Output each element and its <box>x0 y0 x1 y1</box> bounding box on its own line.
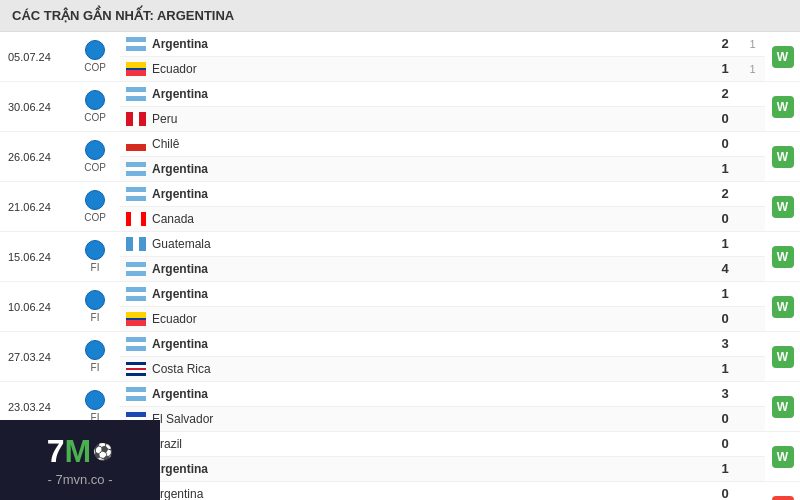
team1-score: 2 <box>710 82 740 107</box>
team1-name: Argentina <box>152 87 208 101</box>
team2-score: 1 <box>710 457 740 482</box>
watermark-m: M <box>65 433 92 470</box>
match-result: W <box>765 282 800 332</box>
team2-extra <box>740 357 765 382</box>
header: CÁC TRẬN GẦN NHẤT: ARGENTINA <box>0 0 800 32</box>
team2-cell: Ecuador <box>120 307 710 332</box>
team1-extra <box>740 432 765 457</box>
table-row: 10.06.24 FI Argentina 1 W <box>0 282 800 307</box>
table-row: Argentina 4 <box>0 257 800 282</box>
team1-extra <box>740 82 765 107</box>
team1-cell: Brazil <box>120 432 710 457</box>
team1-name: Argentina <box>152 287 208 301</box>
comp-label: COP <box>84 212 106 223</box>
team2-extra <box>740 307 765 332</box>
match-result: W <box>765 82 800 132</box>
table-row: Argentina 1 <box>0 157 800 182</box>
team2-cell: Costa Rica <box>120 357 710 382</box>
match-date: 05.07.24 <box>0 32 70 82</box>
team2-flag <box>126 162 146 176</box>
match-result: W <box>765 382 800 432</box>
team2-flag <box>126 212 146 226</box>
team2-cell: Argentina <box>120 157 710 182</box>
match-result: W <box>765 32 800 82</box>
result-badge: W <box>772 96 794 118</box>
team2-flag <box>126 112 146 126</box>
watermark-7: 7 <box>47 433 65 470</box>
team1-cell: Guatemala <box>120 232 710 257</box>
team1-flag <box>126 387 146 401</box>
comp-label: FI <box>91 362 100 373</box>
team1-name: Argentina <box>152 187 208 201</box>
table-row: Costa Rica 1 <box>0 357 800 382</box>
team2-score: 1 <box>710 57 740 82</box>
team1-flag <box>126 237 146 251</box>
match-comp: FI <box>70 332 120 382</box>
team2-cell: Canada <box>120 207 710 232</box>
comp-label: FI <box>91 312 100 323</box>
team2-flag <box>126 262 146 276</box>
team2-extra <box>740 157 765 182</box>
team1-flag <box>126 337 146 351</box>
table-row: 21.06.24 COP Argentina 2 W <box>0 182 800 207</box>
team2-cell: El Salvador <box>120 407 710 432</box>
team1-flag <box>126 137 146 151</box>
table-row: 23.03.24 FI Argentina 3 W <box>0 382 800 407</box>
team2-cell: Peru <box>120 107 710 132</box>
team2-cell: Argentina <box>120 457 710 482</box>
team2-name: Ecuador <box>152 62 197 76</box>
result-badge: W <box>772 446 794 468</box>
match-comp: FI <box>70 282 120 332</box>
team1-cell: Argentina <box>120 282 710 307</box>
team1-score: 2 <box>710 182 740 207</box>
result-badge: W <box>772 196 794 218</box>
team2-name: Peru <box>152 112 177 126</box>
team1-extra: 1 <box>740 32 765 57</box>
match-date: 15.06.24 <box>0 232 70 282</box>
result-badge: L <box>772 496 794 501</box>
match-result: W <box>765 232 800 282</box>
comp-globe-icon <box>85 190 105 210</box>
team1-name: Chilê <box>152 137 179 151</box>
team1-cell: Argentina <box>120 382 710 407</box>
team2-cell: Ecuador <box>120 57 710 82</box>
team1-extra <box>740 232 765 257</box>
result-badge: W <box>772 146 794 168</box>
comp-globe-icon <box>85 140 105 160</box>
team1-flag <box>126 187 146 201</box>
match-result: L <box>765 482 800 501</box>
team2-extra <box>740 107 765 132</box>
team1-name: Argentina <box>152 37 208 51</box>
team2-name: Argentina <box>152 262 208 276</box>
result-badge: W <box>772 346 794 368</box>
team1-score: 0 <box>710 482 740 501</box>
match-date: 30.06.24 <box>0 82 70 132</box>
team2-extra <box>740 207 765 232</box>
match-comp: COP <box>70 182 120 232</box>
team2-flag <box>126 62 146 76</box>
watermark-url: - 7mvn.co - <box>47 472 112 487</box>
team1-cell: Argentina <box>120 332 710 357</box>
comp-label: COP <box>84 112 106 123</box>
comp-label: COP <box>84 62 106 73</box>
team1-cell: Chilê <box>120 132 710 157</box>
team1-score: 1 <box>710 232 740 257</box>
result-badge: W <box>772 396 794 418</box>
table-row: 26.06.24 COP Chilê 0 W <box>0 132 800 157</box>
team2-name: Argentina <box>152 162 208 176</box>
comp-label: FI <box>91 262 100 273</box>
team2-extra <box>740 407 765 432</box>
match-comp: COP <box>70 132 120 182</box>
comp-globe-icon <box>85 340 105 360</box>
team2-extra <box>740 457 765 482</box>
team1-name: Guatemala <box>152 237 211 251</box>
team1-score: 0 <box>710 132 740 157</box>
team2-score: 0 <box>710 307 740 332</box>
team1-extra <box>740 282 765 307</box>
table-row: Peru 0 <box>0 107 800 132</box>
team1-name: Argentina <box>152 387 208 401</box>
team1-cell: Argentina <box>120 82 710 107</box>
table-row: 30.06.24 COP Argentina 2 W <box>0 82 800 107</box>
team1-score: 3 <box>710 382 740 407</box>
table-row: Ecuador 0 <box>0 307 800 332</box>
